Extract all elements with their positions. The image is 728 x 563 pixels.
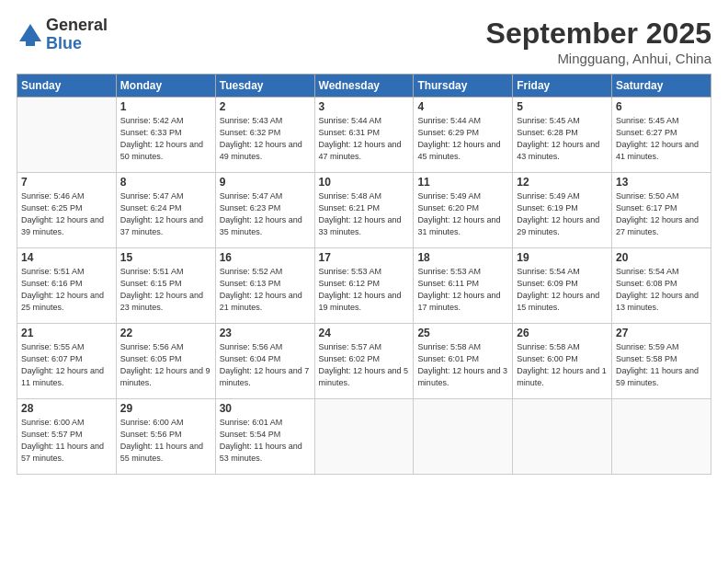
logo-text: General Blue bbox=[46, 17, 108, 53]
page: General Blue September 2025 Mingguang, A… bbox=[0, 0, 728, 563]
day-info: Sunrise: 5:48 AM Sunset: 6:21 PM Dayligh… bbox=[319, 190, 410, 238]
day-info: Sunrise: 5:57 AM Sunset: 6:02 PM Dayligh… bbox=[319, 341, 410, 389]
weekday-header: Sunday bbox=[17, 75, 117, 98]
day-number: 11 bbox=[417, 176, 508, 189]
calendar-cell bbox=[612, 399, 711, 475]
day-info: Sunrise: 5:44 AM Sunset: 6:31 PM Dayligh… bbox=[319, 115, 410, 163]
day-info: Sunrise: 6:00 AM Sunset: 5:57 PM Dayligh… bbox=[21, 417, 112, 465]
calendar-cell: 10Sunrise: 5:48 AM Sunset: 6:21 PM Dayli… bbox=[314, 173, 414, 248]
day-number: 7 bbox=[21, 176, 112, 189]
day-number: 23 bbox=[220, 327, 311, 339]
day-info: Sunrise: 5:42 AM Sunset: 6:33 PM Dayligh… bbox=[120, 115, 211, 163]
calendar-cell: 1Sunrise: 5:42 AM Sunset: 6:33 PM Daylig… bbox=[116, 98, 215, 173]
day-number: 30 bbox=[220, 402, 311, 415]
day-number: 22 bbox=[120, 327, 211, 339]
day-info: Sunrise: 5:50 AM Sunset: 6:17 PM Dayligh… bbox=[616, 190, 707, 238]
day-number: 9 bbox=[220, 176, 311, 189]
day-info: Sunrise: 5:51 AM Sunset: 6:15 PM Dayligh… bbox=[120, 266, 211, 314]
day-info: Sunrise: 5:47 AM Sunset: 6:24 PM Dayligh… bbox=[120, 190, 211, 238]
calendar-cell: 8Sunrise: 5:47 AM Sunset: 6:24 PM Daylig… bbox=[116, 173, 215, 248]
day-info: Sunrise: 5:49 AM Sunset: 6:19 PM Dayligh… bbox=[517, 190, 608, 238]
day-info: Sunrise: 5:45 AM Sunset: 6:28 PM Dayligh… bbox=[517, 115, 608, 163]
day-number: 6 bbox=[616, 100, 707, 113]
svg-rect-1 bbox=[26, 41, 35, 46]
day-number: 21 bbox=[21, 327, 112, 339]
calendar-cell: 13Sunrise: 5:50 AM Sunset: 6:17 PM Dayli… bbox=[612, 173, 711, 248]
weekday-header: Saturday bbox=[612, 75, 711, 98]
day-info: Sunrise: 5:49 AM Sunset: 6:20 PM Dayligh… bbox=[417, 190, 508, 238]
day-info: Sunrise: 5:54 AM Sunset: 6:08 PM Dayligh… bbox=[616, 266, 707, 314]
calendar-cell: 24Sunrise: 5:57 AM Sunset: 6:02 PM Dayli… bbox=[314, 324, 414, 399]
calendar-cell bbox=[17, 98, 117, 173]
calendar-cell: 21Sunrise: 5:55 AM Sunset: 6:07 PM Dayli… bbox=[17, 324, 117, 399]
day-number: 2 bbox=[220, 100, 311, 113]
day-number: 26 bbox=[517, 327, 608, 339]
day-number: 27 bbox=[616, 327, 707, 339]
day-info: Sunrise: 5:47 AM Sunset: 6:23 PM Dayligh… bbox=[220, 190, 311, 238]
day-number: 16 bbox=[220, 251, 311, 264]
calendar-cell: 3Sunrise: 5:44 AM Sunset: 6:31 PM Daylig… bbox=[314, 98, 414, 173]
calendar-cell: 11Sunrise: 5:49 AM Sunset: 6:20 PM Dayli… bbox=[414, 173, 513, 248]
day-number: 4 bbox=[417, 100, 508, 113]
day-number: 19 bbox=[517, 251, 608, 264]
day-number: 14 bbox=[21, 251, 112, 264]
day-info: Sunrise: 5:44 AM Sunset: 6:29 PM Dayligh… bbox=[417, 115, 508, 163]
calendar-cell: 2Sunrise: 5:43 AM Sunset: 6:32 PM Daylig… bbox=[215, 98, 314, 173]
day-number: 20 bbox=[616, 251, 707, 264]
calendar-cell: 27Sunrise: 5:59 AM Sunset: 5:58 PM Dayli… bbox=[612, 324, 711, 399]
calendar-cell: 12Sunrise: 5:49 AM Sunset: 6:19 PM Dayli… bbox=[513, 173, 612, 248]
day-number: 28 bbox=[21, 402, 112, 415]
weekday-header: Monday bbox=[116, 75, 215, 98]
header: General Blue September 2025 Mingguang, A… bbox=[17, 17, 711, 66]
calendar-cell: 14Sunrise: 5:51 AM Sunset: 6:16 PM Dayli… bbox=[17, 248, 117, 324]
day-number: 13 bbox=[616, 176, 707, 189]
calendar-week-row: 14Sunrise: 5:51 AM Sunset: 6:16 PM Dayli… bbox=[17, 248, 711, 324]
calendar-cell: 28Sunrise: 6:00 AM Sunset: 5:57 PM Dayli… bbox=[17, 399, 117, 475]
calendar-cell: 25Sunrise: 5:58 AM Sunset: 6:01 PM Dayli… bbox=[414, 324, 513, 399]
calendar-cell: 29Sunrise: 6:00 AM Sunset: 5:56 PM Dayli… bbox=[116, 399, 215, 475]
day-number: 12 bbox=[517, 176, 608, 189]
calendar-cell bbox=[513, 399, 612, 475]
day-info: Sunrise: 6:00 AM Sunset: 5:56 PM Dayligh… bbox=[120, 417, 211, 465]
day-info: Sunrise: 5:53 AM Sunset: 6:12 PM Dayligh… bbox=[319, 266, 410, 314]
logo: General Blue bbox=[17, 17, 108, 53]
day-number: 8 bbox=[120, 176, 211, 189]
day-info: Sunrise: 5:59 AM Sunset: 5:58 PM Dayligh… bbox=[616, 341, 707, 389]
calendar-cell: 15Sunrise: 5:51 AM Sunset: 6:15 PM Dayli… bbox=[116, 248, 215, 324]
day-number: 10 bbox=[319, 176, 410, 189]
calendar-week-row: 7Sunrise: 5:46 AM Sunset: 6:25 PM Daylig… bbox=[17, 173, 711, 248]
calendar-week-row: 1Sunrise: 5:42 AM Sunset: 6:33 PM Daylig… bbox=[17, 98, 711, 173]
calendar-cell: 20Sunrise: 5:54 AM Sunset: 6:08 PM Dayli… bbox=[612, 248, 711, 324]
day-number: 3 bbox=[319, 100, 410, 113]
day-info: Sunrise: 5:46 AM Sunset: 6:25 PM Dayligh… bbox=[21, 190, 112, 238]
day-info: Sunrise: 5:54 AM Sunset: 6:09 PM Dayligh… bbox=[517, 266, 608, 314]
calendar-cell: 17Sunrise: 5:53 AM Sunset: 6:12 PM Dayli… bbox=[314, 248, 414, 324]
day-info: Sunrise: 5:56 AM Sunset: 6:04 PM Dayligh… bbox=[220, 341, 311, 389]
calendar-week-row: 28Sunrise: 6:00 AM Sunset: 5:57 PM Dayli… bbox=[17, 399, 711, 475]
calendar-cell: 6Sunrise: 5:45 AM Sunset: 6:27 PM Daylig… bbox=[612, 98, 711, 173]
calendar-cell: 5Sunrise: 5:45 AM Sunset: 6:28 PM Daylig… bbox=[513, 98, 612, 173]
calendar-cell: 30Sunrise: 6:01 AM Sunset: 5:54 PM Dayli… bbox=[215, 399, 314, 475]
calendar-cell: 9Sunrise: 5:47 AM Sunset: 6:23 PM Daylig… bbox=[215, 173, 314, 248]
day-info: Sunrise: 5:55 AM Sunset: 6:07 PM Dayligh… bbox=[21, 341, 112, 389]
calendar-week-row: 21Sunrise: 5:55 AM Sunset: 6:07 PM Dayli… bbox=[17, 324, 711, 399]
day-number: 25 bbox=[417, 327, 508, 339]
day-info: Sunrise: 5:45 AM Sunset: 6:27 PM Dayligh… bbox=[616, 115, 707, 163]
day-info: Sunrise: 5:58 AM Sunset: 6:01 PM Dayligh… bbox=[417, 341, 508, 389]
day-number: 29 bbox=[120, 402, 211, 415]
calendar-cell: 19Sunrise: 5:54 AM Sunset: 6:09 PM Dayli… bbox=[513, 248, 612, 324]
calendar-table: SundayMondayTuesdayWednesdayThursdayFrid… bbox=[17, 74, 711, 475]
weekday-header-row: SundayMondayTuesdayWednesdayThursdayFrid… bbox=[17, 75, 711, 98]
location: Mingguang, Anhui, China bbox=[486, 51, 711, 66]
day-info: Sunrise: 5:58 AM Sunset: 6:00 PM Dayligh… bbox=[517, 341, 608, 389]
day-info: Sunrise: 5:51 AM Sunset: 6:16 PM Dayligh… bbox=[21, 266, 112, 314]
day-number: 24 bbox=[319, 327, 410, 339]
calendar-cell: 22Sunrise: 5:56 AM Sunset: 6:05 PM Dayli… bbox=[116, 324, 215, 399]
weekday-header: Tuesday bbox=[215, 75, 314, 98]
day-number: 17 bbox=[319, 251, 410, 264]
calendar-cell bbox=[414, 399, 513, 475]
day-info: Sunrise: 5:43 AM Sunset: 6:32 PM Dayligh… bbox=[220, 115, 311, 163]
weekday-header: Friday bbox=[513, 75, 612, 98]
logo-icon bbox=[17, 21, 44, 49]
title-block: September 2025 Mingguang, Anhui, China bbox=[486, 17, 711, 66]
